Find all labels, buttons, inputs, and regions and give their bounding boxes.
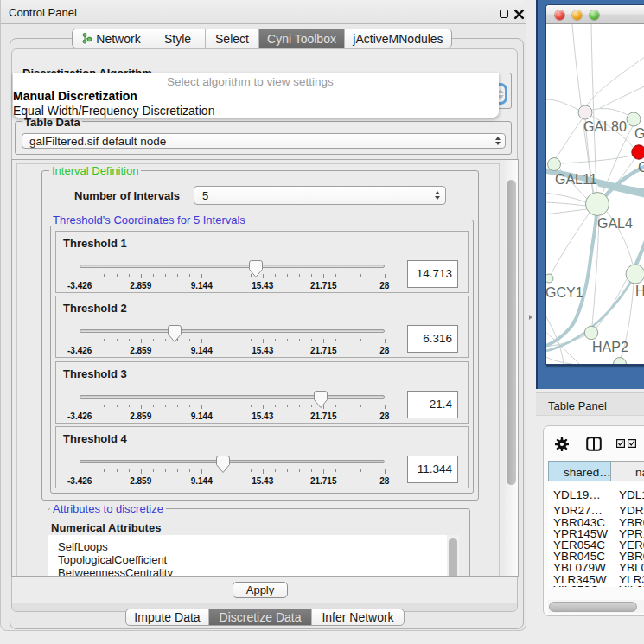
svg-text:GCY1: GCY1 (546, 285, 583, 300)
svg-text:GAL80: GAL80 (583, 119, 627, 134)
svg-text:GAL4: GAL4 (597, 216, 633, 231)
svg-text:CR: CR (638, 160, 644, 175)
svg-text:GAL11: GAL11 (555, 172, 597, 187)
svg-text:GA: GA (634, 126, 644, 141)
svg-text:HA: HA (635, 284, 644, 298)
svg-text:HAP2: HAP2 (592, 340, 628, 354)
